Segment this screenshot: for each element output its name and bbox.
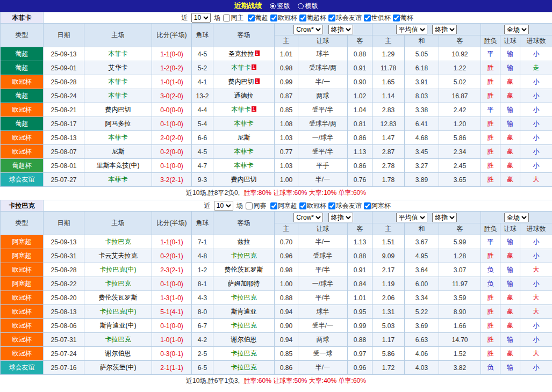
league-filter-checkbox[interactable] xyxy=(299,14,306,21)
team-name[interactable]: 费伦茨瓦罗斯 xyxy=(225,266,263,273)
final-odds-select-2[interactable]: 终指 xyxy=(432,213,457,222)
avg-odds-draw: 4.06 xyxy=(405,347,439,361)
league-filter-checkbox[interactable] xyxy=(328,202,335,209)
league-filter-item[interactable]: 球会友谊 xyxy=(328,13,362,23)
match-date: 25-09-13 xyxy=(44,47,84,61)
avg-odds-home: 1.78 xyxy=(372,173,405,187)
team-name[interactable]: 尼斯 xyxy=(238,134,250,141)
result-goals: 小 xyxy=(520,333,552,347)
team-name[interactable]: 卡拉巴克 xyxy=(105,238,131,245)
result-wdl: 胜 xyxy=(481,173,500,187)
team-name[interactable]: 本菲卡 xyxy=(109,78,128,85)
league-filter-checkbox[interactable] xyxy=(248,14,255,21)
result-wdl: 胜 xyxy=(481,75,500,89)
bookmaker-select[interactable]: Crow* xyxy=(293,25,323,34)
team-name[interactable]: 卡拉巴克 xyxy=(231,322,257,329)
team-name[interactable]: 本菲卡 xyxy=(234,162,254,169)
horizontal-layout-radio[interactable] xyxy=(298,3,304,9)
team-name[interactable]: 卡拉巴克 xyxy=(231,350,257,357)
final-odds-select-2[interactable]: 终指 xyxy=(432,25,457,34)
away-team-cell: 尼斯 xyxy=(213,131,275,145)
avg-odds-away: 8.90 xyxy=(439,305,481,319)
team-name[interactable]: 卡拉巴克(中) xyxy=(100,266,137,273)
layout-option-vertical[interactable]: 竖版 xyxy=(270,2,290,11)
team-name[interactable]: 卡拉巴克(中) xyxy=(100,308,137,315)
league-filter-checkbox[interactable] xyxy=(364,14,371,21)
team-name[interactable]: 阿马多拉 xyxy=(105,120,131,127)
result-wdl: 胜 xyxy=(481,347,500,361)
vertical-layout-radio[interactable] xyxy=(270,3,276,9)
average-select[interactable]: 平均值 xyxy=(396,213,427,222)
league-filter-item[interactable]: 球会友谊 xyxy=(328,201,362,210)
team-name[interactable]: 尼斯 xyxy=(112,148,125,155)
scope-select[interactable]: 全场 xyxy=(504,213,529,222)
team-name[interactable]: 斯肯迪亚 xyxy=(231,308,257,315)
team-name[interactable]: 本菲卡 xyxy=(109,92,128,99)
team-name[interactable]: 艾华卡 xyxy=(109,64,128,71)
team-name[interactable]: 本菲卡 xyxy=(232,106,251,113)
league-filter-item[interactable]: 葡超 xyxy=(248,13,268,23)
average-select[interactable]: 平均值 xyxy=(396,25,427,34)
same-filter[interactable]: 同主 xyxy=(223,13,243,23)
team-name[interactable]: 斯肯迪亚(中) xyxy=(100,322,137,329)
team-name[interactable]: 卡云艾夫拉克 xyxy=(99,252,138,259)
team-name[interactable]: 卡拉巴克 xyxy=(231,294,257,301)
league-filter-item[interactable]: 阿塞杯 xyxy=(364,201,391,210)
league-filter-item[interactable]: 阿塞超 xyxy=(270,201,297,210)
final-odds-select[interactable]: 终指 xyxy=(328,213,353,222)
league-filter-item[interactable]: 欧冠杯 xyxy=(270,13,297,23)
league-filter-item[interactable]: 欧冠杯 xyxy=(299,201,326,210)
team-name[interactable]: 本菲卡 xyxy=(109,176,128,183)
final-odds-select[interactable]: 终指 xyxy=(328,25,353,34)
team-name[interactable]: 费内巴切 xyxy=(105,106,131,113)
team-name[interactable]: 本菲卡 xyxy=(234,120,254,127)
league-filter-checkbox[interactable] xyxy=(270,202,277,209)
bookmaker-select[interactable]: Crow* xyxy=(293,213,323,222)
results-table: 本菲卡 近 10 场 同主 葡超欧冠杯葡超杯球会友谊世俱杯葡杯 类型 日期 主场… xyxy=(0,12,552,187)
avg-odds-home: 2.83 xyxy=(372,103,405,117)
league-filter-item[interactable]: 葡杯 xyxy=(393,13,413,23)
team-name[interactable]: 本菲卡 xyxy=(109,134,128,141)
team-name[interactable]: 本菲卡 xyxy=(234,148,254,155)
team-name[interactable]: 卡拉巴克 xyxy=(231,252,257,259)
match-row: 欧冠杯25-08-13本菲卡2-0(2-0)6-6尼斯1.03一/球半0.861… xyxy=(1,131,552,145)
league-filter-checkbox[interactable] xyxy=(364,202,371,209)
team-name[interactable]: 圣克拉拉 xyxy=(228,50,254,57)
result-handicap: 输 xyxy=(500,47,520,61)
league-filter-item[interactable]: 葡超杯 xyxy=(299,13,326,23)
league-filter-item[interactable]: 世俱杯 xyxy=(364,13,391,23)
league-filter-checkbox[interactable] xyxy=(328,14,335,21)
team-name[interactable]: 里斯本竞技(中) xyxy=(97,162,140,169)
team-name[interactable]: 萨姆加耶特 xyxy=(228,280,260,287)
team-name[interactable]: 谢尔伯恩 xyxy=(231,336,257,343)
league-filter-checkbox[interactable] xyxy=(299,202,306,209)
team-name[interactable]: 萨尔茨堡(中) xyxy=(100,364,137,371)
odds-away: 1.13 xyxy=(348,145,372,159)
team-name[interactable]: 卡拉巴克 xyxy=(105,336,131,343)
team-name[interactable]: 兹拉 xyxy=(238,238,250,245)
avg-odds-away: 3.59 xyxy=(439,291,481,305)
odds-handicap: 半/一 xyxy=(298,75,348,89)
league-filter-checkbox[interactable] xyxy=(270,14,277,21)
layout-option-horizontal[interactable]: 横版 xyxy=(298,2,318,11)
team-name[interactable]: 卡拉巴克 xyxy=(231,364,257,371)
col-away: 客场 xyxy=(213,212,275,235)
avg-odds-away: 1.20 xyxy=(439,117,481,131)
scope-select[interactable]: 全场 xyxy=(504,25,529,34)
team-name[interactable]: 费内巴切 xyxy=(231,176,257,183)
recent-count-select[interactable]: 10 xyxy=(214,201,233,210)
team-name[interactable]: 卡拉巴克 xyxy=(105,280,131,287)
team-name[interactable]: 费内巴切 xyxy=(228,78,254,85)
team-name[interactable]: 费伦茨瓦罗斯 xyxy=(99,294,138,301)
team-name[interactable]: 通德拉 xyxy=(234,92,254,99)
away-team-cell: 费内巴切 xyxy=(213,173,275,187)
same-filter-checkbox[interactable] xyxy=(223,14,230,21)
team-name[interactable]: 本菲卡 xyxy=(232,64,251,71)
recent-count-select[interactable]: 10 xyxy=(191,13,211,23)
league-filter-checkbox[interactable] xyxy=(393,14,400,21)
league-badge: 欧冠杯 xyxy=(1,145,44,159)
team-name[interactable]: 本菲卡 xyxy=(109,50,128,57)
same-filter-checkbox[interactable] xyxy=(246,202,253,209)
team-name[interactable]: 谢尔伯恩 xyxy=(105,350,131,357)
same-filter[interactable]: 同赛 xyxy=(246,201,266,210)
